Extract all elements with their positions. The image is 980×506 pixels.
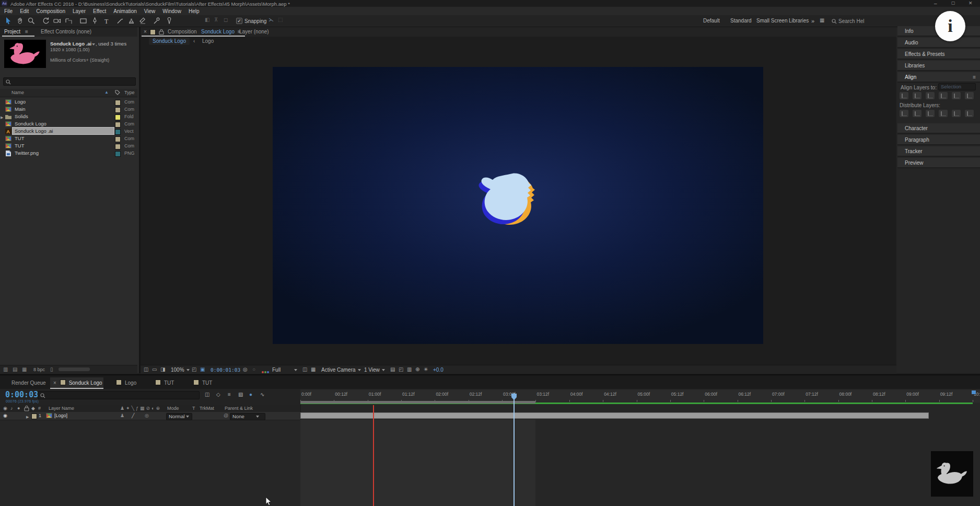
workspace-default[interactable]: Default <box>703 18 720 24</box>
tab-effect-controls[interactable]: Effect Controls (none) <box>41 29 91 34</box>
label-color-swatch[interactable] <box>115 122 121 128</box>
layer-quality-icon[interactable]: ╱ <box>132 412 134 419</box>
tag-column-icon[interactable] <box>115 90 120 95</box>
align-button[interactable] <box>900 92 908 99</box>
project-item-selected[interactable]: Sonduck Logo .ai Vect <box>0 128 139 135</box>
layer-name[interactable]: [Logo] <box>54 412 67 419</box>
workspace-overflow-chevron[interactable]: » <box>811 18 814 24</box>
workspace-libraries[interactable]: Libraries <box>789 18 809 24</box>
tab-composition-label[interactable]: Composition <box>168 29 197 34</box>
panel-preview[interactable]: Preview <box>897 158 980 168</box>
tab-layer[interactable]: Layer (none) <box>239 29 269 34</box>
graph-editor-icon[interactable]: ∿ <box>260 392 264 397</box>
timeline-button-icon[interactable]: ▥ <box>407 366 412 372</box>
breadcrumb-other-comp[interactable]: Logo <box>202 38 214 44</box>
align-layers-dropdown[interactable]: Selection <box>938 83 976 90</box>
distribute-button[interactable] <box>939 110 948 117</box>
menu-help[interactable]: Help <box>189 8 200 14</box>
panel-tracker[interactable]: Tracker <box>897 146 980 157</box>
checkerboard-icon[interactable]: ▦ <box>311 366 316 372</box>
brush-tool-icon[interactable] <box>116 17 124 25</box>
label-color-swatch[interactable] <box>115 144 121 150</box>
align-button[interactable] <box>939 92 948 99</box>
frame-blending-icon[interactable]: ▧ <box>238 392 243 397</box>
label-color-swatch[interactable] <box>115 151 121 157</box>
hand-tool-icon[interactable] <box>16 17 24 25</box>
layer-row[interactable]: ◉ ▶ 1 [Logo] ♟ ╱ ◎ Normal @ None <box>0 412 300 420</box>
column-layer-name[interactable]: Layer Name <box>49 405 74 412</box>
tab-comp-logo[interactable]: Logo <box>116 377 136 389</box>
sort-ascending-icon[interactable]: ▲ <box>104 90 109 95</box>
layer-effects-icon[interactable]: ◎ <box>145 412 149 419</box>
trash-icon[interactable]: ▯ <box>50 366 53 372</box>
label-color-swatch[interactable] <box>115 129 121 135</box>
mirror-viewer-icon[interactable]: ◨ <box>160 366 165 372</box>
viewer-timecode[interactable]: 0:00:01:03 <box>211 367 240 373</box>
composition-mini-flowchart-icon[interactable]: ◫ <box>205 392 209 397</box>
parent-pickwhip-icon[interactable]: @ <box>224 412 228 419</box>
pan-behind-tool-icon[interactable] <box>65 17 73 25</box>
tab-render-queue[interactable]: Render Queue <box>11 377 46 389</box>
hide-shy-layers-icon[interactable]: ≡ <box>228 392 231 397</box>
column-t[interactable]: T <box>192 405 195 412</box>
clone-stamp-tool-icon[interactable] <box>127 17 136 25</box>
navigator-end-handle[interactable] <box>972 390 976 394</box>
column-type[interactable]: Type <box>124 90 135 95</box>
project-item[interactable]: Sonduck Logo Com <box>0 120 139 128</box>
column-name[interactable]: Name <box>11 90 24 95</box>
layer-visibility-eye-icon[interactable]: ◉ <box>3 412 7 419</box>
video-info-card-icon[interactable]: i <box>935 11 965 41</box>
project-item[interactable]: ▶ Solids Fold <box>0 113 139 120</box>
composition-viewport[interactable] <box>273 67 763 344</box>
panel-character[interactable]: Character <box>897 123 980 134</box>
horizontal-scrollbar[interactable] <box>59 367 90 371</box>
align-button[interactable] <box>913 92 921 99</box>
align-button[interactable] <box>965 92 974 99</box>
label-color-swatch[interactable] <box>115 107 121 113</box>
selection-tool-icon[interactable] <box>4 17 13 25</box>
snapping-option-icon[interactable]: ⬚ <box>278 17 283 22</box>
align-button[interactable] <box>952 92 961 99</box>
project-search-input[interactable] <box>3 77 136 86</box>
motion-blur-icon[interactable]: ● <box>249 392 252 397</box>
exposure-value[interactable]: +0.0 <box>433 367 444 373</box>
minimize-button[interactable]: – <box>934 1 937 6</box>
layer-shy-icon[interactable]: ♟ <box>120 412 124 419</box>
snapping-checkbox[interactable]: ✓ <box>236 18 242 24</box>
region-of-interest-icon[interactable]: ◰ <box>192 366 196 372</box>
playhead-handle[interactable] <box>511 393 517 401</box>
roto-brush-tool-icon[interactable] <box>153 17 161 25</box>
new-folder-icon[interactable]: ▤ <box>13 366 17 372</box>
project-bit-depth[interactable]: 8 bpc <box>33 367 45 372</box>
distribute-button[interactable] <box>926 110 935 117</box>
project-panel-menu-icon[interactable]: ≡ <box>25 29 28 34</box>
rotate-tool-icon[interactable] <box>42 17 50 25</box>
always-preview-icon[interactable]: ◫ <box>144 366 148 372</box>
project-item[interactable]: Logo Com <box>0 98 139 106</box>
label-color-swatch[interactable] <box>115 114 121 120</box>
workspace-small-screen[interactable]: Small Screen <box>756 18 787 24</box>
work-area-bar[interactable] <box>300 401 535 404</box>
show-snapshot-icon[interactable]: ○ <box>252 366 255 372</box>
close-button[interactable]: ✕ <box>969 1 973 6</box>
new-composition-icon[interactable]: ▦ <box>22 366 27 372</box>
tab-comp-active[interactable]: × Sonduck Logo <box>50 377 103 389</box>
transparency-grid-icon[interactable]: ◫ <box>302 366 307 372</box>
camera-dropdown[interactable]: Active Camera <box>321 367 361 373</box>
menu-effect[interactable]: Effect <box>93 8 106 14</box>
tab-comp-tut[interactable]: TUT <box>155 377 174 389</box>
primary-viewer-icon[interactable]: ▭ <box>152 366 157 372</box>
exposure-reset-icon[interactable]: ✳ <box>424 366 428 372</box>
pixel-aspect-icon[interactable]: ◰ <box>399 366 403 372</box>
align-button[interactable] <box>926 92 935 99</box>
guides-icon[interactable]: ▤ <box>390 366 395 372</box>
draft-3d-icon[interactable]: ◇ <box>216 392 220 397</box>
tab-project[interactable]: Project <box>4 29 20 34</box>
interpret-footage-icon[interactable]: ▥ <box>3 366 8 372</box>
menu-file[interactable]: File <box>4 8 13 14</box>
menu-layer[interactable]: Layer <box>73 8 86 14</box>
pen-tool-icon[interactable] <box>91 17 99 25</box>
blend-mode-dropdown[interactable]: Normal <box>166 413 192 420</box>
tab-comp-tut-2[interactable]: TUT <box>193 377 212 389</box>
layer-label-swatch[interactable] <box>31 413 37 419</box>
